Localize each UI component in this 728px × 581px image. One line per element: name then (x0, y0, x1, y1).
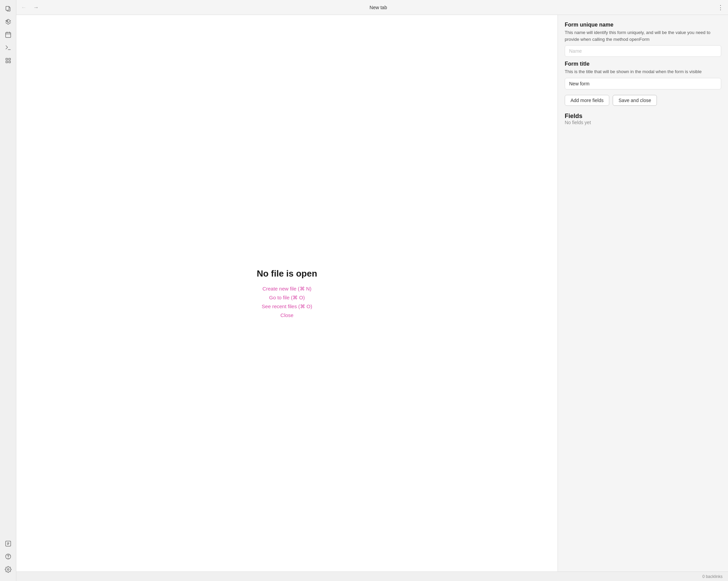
svg-rect-2 (5, 32, 11, 37)
backlinks-count: 0 backlinks (702, 574, 723, 579)
unique-name-title: Form unique name (565, 22, 721, 28)
no-file-links: Create new file (⌘ N) Go to file (⌘ O) S… (262, 286, 312, 318)
add-fields-button[interactable]: Add more fields (565, 95, 609, 106)
calendar-icon[interactable] (2, 29, 14, 41)
editor-panel: No file is open Create new file (⌘ N) Go… (16, 15, 558, 571)
form-unique-name-section: Form unique name This name will identify… (565, 22, 721, 57)
svg-point-9 (8, 558, 8, 559)
form-title-section: Form title This is the title that will b… (565, 61, 721, 89)
tags-icon[interactable] (2, 16, 14, 28)
form-icon[interactable] (2, 537, 14, 550)
sidebar-bottom (2, 537, 14, 578)
no-file-title: No file is open (257, 268, 317, 279)
status-bar: 0 backlinks (16, 571, 728, 581)
form-title-desc: This is the title that will be shown in … (565, 68, 721, 75)
form-title-input[interactable] (565, 78, 721, 89)
see-recent-files-link[interactable]: See recent files (⌘ O) (262, 303, 312, 310)
settings-icon[interactable] (2, 563, 14, 576)
sidebar (0, 0, 16, 581)
close-link[interactable]: Close (280, 312, 293, 318)
svg-point-1 (6, 20, 7, 21)
tab-title: New tab (44, 5, 713, 10)
form-panel: Form unique name This name will identify… (558, 15, 728, 571)
content-split: No file is open Create new file (⌘ N) Go… (16, 15, 728, 571)
template-icon[interactable] (2, 54, 14, 67)
forward-button[interactable]: → (31, 3, 41, 12)
svg-rect-0 (6, 6, 9, 11)
action-buttons: Add more fields Save and close (565, 95, 721, 106)
save-close-button[interactable]: Save and close (613, 95, 657, 106)
help-icon[interactable] (2, 550, 14, 563)
no-fields-text: No fields yet (565, 120, 721, 125)
tab-menu-button[interactable]: ⋮ (716, 3, 725, 12)
svg-point-10 (7, 569, 9, 570)
terminal-icon[interactable] (2, 42, 14, 54)
name-input[interactable] (565, 45, 721, 57)
back-button[interactable]: ← (19, 3, 29, 12)
fields-section: Fields No fields yet (565, 110, 721, 125)
main-container: ← → New tab ⋮ No file is open Create new… (16, 0, 728, 581)
go-to-file-link[interactable]: Go to file (⌘ O) (269, 295, 305, 301)
tab-bar: ← → New tab ⋮ (16, 0, 728, 15)
fields-title: Fields (565, 113, 721, 120)
create-new-file-link[interactable]: Create new file (⌘ N) (262, 286, 311, 292)
form-title-label: Form title (565, 61, 721, 67)
pages-icon[interactable] (2, 3, 14, 15)
unique-name-desc: This name will identify this form unique… (565, 29, 721, 43)
sidebar-top (2, 3, 14, 536)
